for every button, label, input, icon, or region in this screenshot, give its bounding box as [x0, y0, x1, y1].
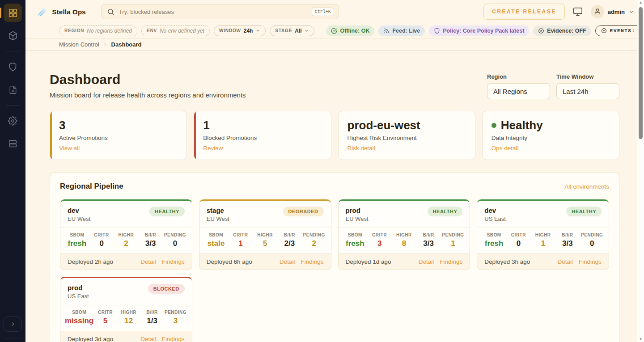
stat-header-critr: CRITR — [93, 310, 117, 315]
window-filter-pill[interactable]: WINDOW 24h — [214, 25, 266, 36]
stat-value-highr: 8 — [392, 239, 416, 248]
summary-card-link[interactable]: Ops detail — [491, 145, 519, 152]
stat-header-pending: PENDING — [580, 232, 604, 237]
stat-value-bir: 2/3 — [277, 239, 302, 248]
detail-link[interactable]: Detail — [140, 336, 156, 342]
sidebar-item-releases[interactable] — [4, 26, 22, 45]
summary-card-value: 3 — [59, 119, 65, 132]
summary-card-link[interactable]: View all — [59, 145, 80, 152]
stat-value-critr: 3 — [367, 239, 392, 248]
findings-link[interactable]: Findings — [162, 258, 185, 265]
search-input[interactable] — [119, 8, 307, 15]
stage-filter-pill[interactable]: STAGE All — [270, 25, 314, 36]
status-badge-icon — [331, 28, 337, 34]
time-window-select[interactable]: Last 24h — [556, 83, 619, 99]
region-select-value: All Regions — [493, 88, 527, 95]
findings-link[interactable]: Findings — [162, 336, 185, 342]
events-degraded-badge[interactable]: EVENTS: DEGRADED — [595, 25, 644, 36]
page-content: Dashboard Mission board for release heal… — [25, 51, 644, 342]
stat-value-bir: 1/3 — [140, 317, 164, 325]
env-filter-label: ENV — [147, 28, 157, 33]
stat-value-highr: 2 — [114, 239, 139, 248]
stage-filter-value: All — [295, 28, 301, 34]
findings-link[interactable]: Findings — [440, 258, 462, 265]
detail-link[interactable]: Detail — [419, 258, 434, 265]
all-environments-link[interactable]: All environments — [564, 183, 609, 190]
status-badge[interactable]: Offline: OK — [326, 25, 374, 36]
server-icon — [8, 139, 17, 148]
stat-header-pending: PENDING — [302, 232, 326, 237]
stat-header-critr: CRITR — [367, 232, 392, 237]
stat-header-highr: HIGHR — [392, 232, 416, 237]
sidebar-item-security[interactable] — [4, 58, 22, 76]
stat-header-bir: B/I/R — [140, 310, 164, 315]
brand[interactable]: ☄️ Stella Ops — [38, 7, 86, 17]
env-filter-value: No env defined yet — [160, 28, 204, 34]
breadcrumb-dashboard: Dashboard — [111, 41, 142, 48]
stat-header-sbom: SBOM — [204, 232, 229, 237]
environment-name: prod — [68, 284, 89, 291]
stat-header-critr: CRITR — [506, 232, 531, 237]
stat-value-highr: 1 — [531, 239, 555, 248]
avatar — [591, 5, 604, 18]
stat-value-pending: 2 — [302, 239, 326, 248]
scroll-down-icon[interactable]: ▼ — [639, 337, 643, 342]
stat-header-pending: PENDING — [163, 232, 187, 237]
stat-value-critr: 1 — [229, 239, 253, 248]
environment-status-badge: DEGRADED — [283, 207, 324, 216]
region-select[interactable]: All Regions — [487, 83, 550, 99]
sidebar-divider — [4, 338, 22, 338]
stat-header-sbom: SBOM — [65, 232, 89, 237]
stat-value-bir: 3/3 — [138, 239, 163, 248]
stat-header-sbom: SBOM — [65, 310, 93, 315]
sidebar-item-documents[interactable] — [4, 80, 22, 99]
detail-link[interactable]: Detail — [140, 258, 156, 265]
breadcrumb-mission-control[interactable]: Mission Control — [59, 41, 99, 48]
monitor-icon[interactable] — [573, 7, 583, 17]
env-filter-pill[interactable]: ENV No env defined yet — [141, 25, 210, 36]
environment-name: prod — [346, 207, 369, 214]
stat-header-sbom: SBOM — [482, 232, 506, 237]
scroll-up-icon[interactable]: ▲ — [639, 0, 643, 5]
status-badge[interactable]: Feed: Live — [378, 25, 425, 36]
chevron-right-icon — [10, 321, 16, 327]
summary-card-link[interactable]: Risk detail — [347, 145, 375, 152]
summary-card-accent — [50, 111, 52, 160]
detail-link[interactable]: Detail — [280, 258, 295, 265]
detail-link[interactable]: Detail — [557, 258, 573, 265]
findings-link[interactable]: Findings — [301, 258, 323, 265]
comet-logo-icon: ☄️ — [38, 7, 48, 17]
environment-status-badge: BLOCKED — [148, 284, 185, 294]
time-window-select-label: Time Window — [556, 73, 619, 80]
summary-card-label: Active Promotions — [59, 135, 178, 141]
summary-card-label: Highest Risk Environment — [347, 135, 466, 141]
deployed-timestamp: Deployed 1d ago — [346, 258, 391, 265]
status-badge[interactable]: Policy: Core Policy Pack latest — [429, 25, 529, 36]
summary-card-value: prod-eu-west — [347, 119, 420, 132]
stat-header-sbom: SBOM — [343, 232, 368, 237]
scrollbar-thumb[interactable] — [639, 7, 643, 139]
create-release-button[interactable]: CREATE RELEASE — [483, 4, 564, 20]
sidebar-item-settings[interactable] — [4, 112, 22, 130]
stage-filter-label: STAGE — [275, 28, 292, 33]
user-menu[interactable]: admin — [591, 5, 634, 18]
summary-card: Healthy Data Integrity Ops detail — [482, 111, 619, 160]
window-scrollbar[interactable]: ▲ ▼ — [637, 0, 644, 342]
region-select-label: Region — [487, 73, 550, 80]
stat-value-pending: 1 — [441, 239, 466, 248]
region-filter-pill[interactable]: REGION No regions defined — [59, 25, 137, 36]
shield-icon — [8, 62, 17, 72]
stat-header-critr: CRITR — [89, 232, 114, 237]
global-search[interactable]: Ctrl+K — [101, 4, 339, 19]
findings-link[interactable]: Findings — [579, 258, 602, 265]
status-badge[interactable]: Evidence: OFF — [533, 25, 591, 36]
sidebar-collapse-button[interactable] — [4, 317, 22, 332]
stat-header-bir: B/I/R — [555, 232, 580, 237]
sidebar-item-infrastructure[interactable] — [4, 135, 22, 153]
summary-card: 3 Active Promotions View all — [50, 111, 187, 160]
summary-card-link[interactable]: Review — [203, 145, 223, 152]
grid-icon — [8, 8, 18, 18]
summary-card-label: Blocked Promotions — [203, 135, 322, 141]
sidebar-item-dashboard[interactable] — [4, 4, 22, 22]
stat-header-highr: HIGHR — [114, 232, 139, 237]
